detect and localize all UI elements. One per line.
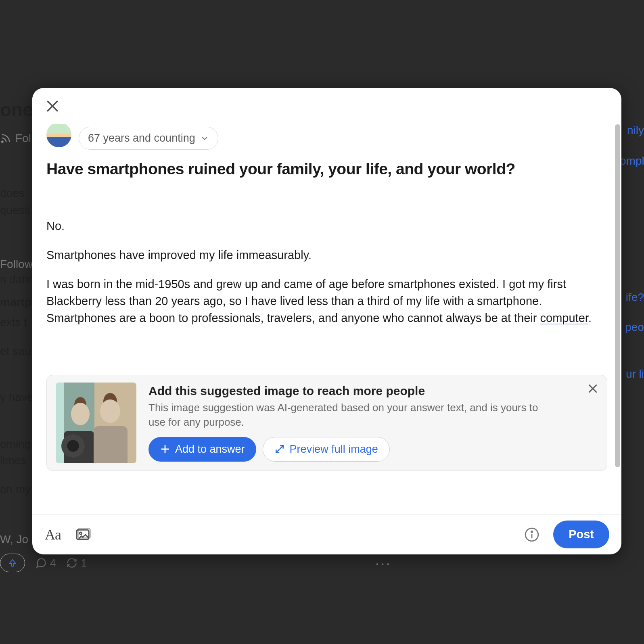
bg-upvote-pill — [0, 554, 25, 572]
bg-reshare-count: 1 — [66, 555, 86, 571]
svg-point-11 — [79, 532, 82, 534]
preview-label: Preview full image — [290, 443, 378, 456]
bg-link: ompl — [620, 153, 644, 169]
svg-point-0 — [2, 141, 3, 142]
answer-paragraph: No. — [46, 217, 607, 234]
reshare-icon — [66, 557, 77, 569]
bg-text: exts t — [0, 314, 36, 331]
bg-text: n datin — [0, 271, 36, 288]
rss-icon — [0, 133, 11, 144]
bg-text: oming — [0, 436, 36, 453]
info-icon — [524, 527, 539, 542]
image-icon — [75, 527, 91, 543]
scrollbar-thumb[interactable] — [615, 124, 620, 467]
author-row: 67 years and counting — [46, 127, 607, 150]
bg-text: limes — [0, 452, 36, 469]
bg-follow-row: Fol — [0, 130, 36, 147]
answer-paragraph: I was born in the mid-1950s and grew up … — [46, 276, 607, 326]
credential-selector[interactable]: 67 years and counting — [79, 127, 218, 150]
answer-text: I was born in the mid-1950s and grew up … — [46, 278, 566, 324]
bg-reshare-number: 1 — [81, 555, 86, 571]
post-button[interactable]: Post — [553, 521, 609, 548]
suggestion-close-button[interactable] — [587, 383, 599, 395]
answer-text: . — [588, 312, 592, 324]
question-title: Have smartphones ruined your family, you… — [46, 159, 607, 179]
bg-title-fragment: ones — [0, 96, 36, 124]
answer-link[interactable]: computer — [540, 312, 588, 324]
close-button[interactable] — [44, 98, 61, 114]
bg-text: martp — [0, 294, 36, 311]
avatar — [46, 124, 71, 147]
answer-editor[interactable]: No. Smartphones have improved my life im… — [46, 217, 607, 326]
suggestion-title: Add this suggested image to reach more p… — [148, 384, 598, 398]
answer-editor-modal: 67 years and counting Have smartphones r… — [32, 88, 621, 554]
bg-text: W, Jo — [0, 531, 36, 548]
upvote-icon — [8, 558, 17, 568]
modal-header — [32, 88, 621, 124]
suggestion-text: Add this suggested image to reach more p… — [148, 383, 598, 463]
bg-follow-text: Fol — [15, 130, 31, 147]
insert-image-button[interactable] — [74, 526, 91, 543]
close-icon — [587, 383, 599, 395]
bg-comment-count: 4 — [36, 555, 56, 571]
bg-text: on my — [0, 481, 36, 498]
bg-comment-number: 4 — [50, 555, 56, 571]
bg-text: y have — [0, 389, 36, 406]
add-to-answer-button[interactable]: Add to answer — [148, 437, 256, 462]
preview-full-image-button[interactable]: Preview full image — [263, 437, 390, 462]
bg-link: peo — [620, 319, 644, 336]
svg-point-14 — [531, 531, 533, 532]
suggestion-actions: Add to answer Preview full image — [148, 437, 598, 462]
credential-text: 67 years and counting — [88, 132, 195, 144]
bg-link: ur li — [620, 366, 644, 383]
comment-icon — [36, 557, 47, 569]
close-icon — [44, 98, 61, 114]
suggestion-subtitle: This image suggestion was AI-generated b… — [148, 400, 556, 430]
bg-text: does — [0, 185, 36, 202]
answer-paragraph: Smartphones have improved my life immeas… — [46, 247, 607, 263]
bg-text: Follow — [0, 256, 36, 273]
suggestion-thumbnail — [56, 383, 136, 463]
bg-link: ife? — [620, 289, 644, 306]
bg-more: ··· — [375, 553, 391, 573]
modal-footer: Aa Post — [32, 514, 621, 554]
chevron-down-icon — [200, 134, 209, 143]
expand-icon — [274, 444, 285, 454]
scrollbar[interactable] — [615, 124, 620, 514]
bg-text: questi — [0, 202, 36, 219]
text-format-button[interactable]: Aa — [44, 526, 61, 543]
bg-link: nily — [620, 122, 644, 139]
image-suggestion-card: Add this suggested image to reach more p… — [46, 375, 607, 471]
bg-text: et sau — [0, 343, 36, 360]
bg-action-row: 4 1 ··· — [0, 554, 87, 572]
add-to-answer-label: Add to answer — [175, 443, 245, 456]
plus-icon — [160, 444, 170, 454]
info-button[interactable] — [523, 526, 540, 543]
modal-body: 67 years and counting Have smartphones r… — [32, 124, 621, 514]
post-label: Post — [569, 528, 594, 541]
